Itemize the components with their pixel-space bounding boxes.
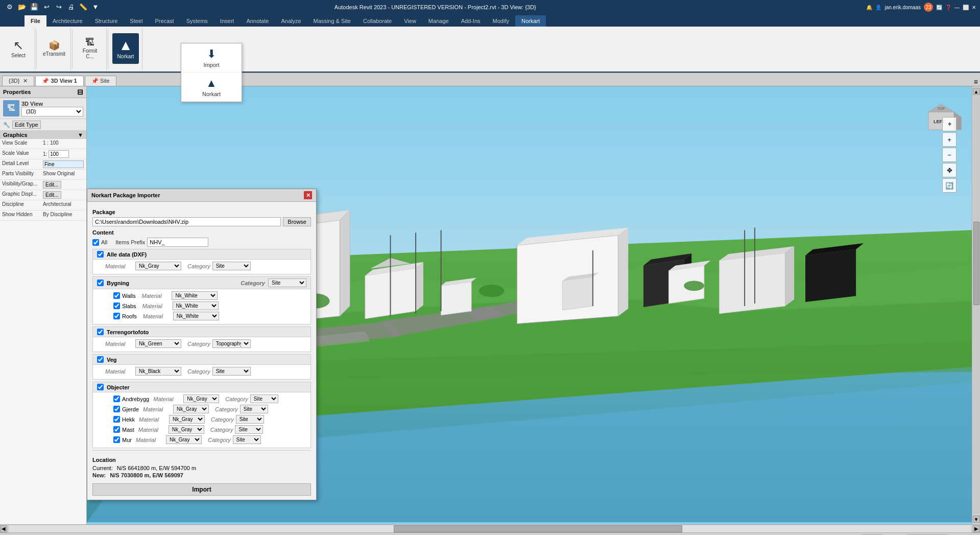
tab-architecture[interactable]: Architecture: [46, 15, 89, 27]
tabs-collapse-icon[interactable]: ≡: [974, 78, 978, 86]
gjerde-material-select[interactable]: Nk_Gray: [173, 405, 209, 413]
terrengortofoto-material-select[interactable]: Nk_Green: [135, 339, 181, 348]
terrengortofoto-category-select[interactable]: Topography: [212, 339, 251, 348]
objecter-checkbox[interactable]: [97, 384, 104, 390]
horizontal-scroll-track[interactable]: [9, 525, 971, 532]
tab-file[interactable]: File: [25, 15, 46, 27]
gjerde-checkbox[interactable]: [113, 406, 120, 412]
edit-type-button[interactable]: Edit Type: [12, 121, 41, 129]
orbit-btn[interactable]: 🔄: [942, 178, 957, 193]
tab-massing[interactable]: Massing & Site: [307, 15, 357, 27]
hekk-checkbox[interactable]: [113, 416, 120, 423]
tab-systems[interactable]: Systems: [180, 15, 214, 27]
qa-more[interactable]: ▼: [90, 1, 101, 12]
view-tab-close-icon[interactable]: ✕: [23, 78, 28, 84]
veg-checkbox[interactable]: [97, 356, 104, 363]
alle-data-category-select[interactable]: Site: [212, 262, 251, 270]
mast-checkbox[interactable]: [113, 426, 120, 433]
dialog-import-button[interactable]: Import: [92, 483, 311, 496]
andrebygg-material-select[interactable]: Nk_Gray: [183, 394, 219, 403]
scroll-down-btn[interactable]: ▼: [973, 516, 980, 523]
detail-level-input[interactable]: [43, 160, 84, 168]
quick-access-toolbar[interactable]: ⚙ 📂 💾 ↩ ↪ 🖨 📏 ▼: [4, 1, 101, 12]
roofs-checkbox[interactable]: [113, 313, 120, 319]
mast-category-select[interactable]: Site: [235, 425, 263, 434]
tab-analyze[interactable]: Analyze: [275, 15, 307, 27]
etransmit-button[interactable]: 📦 eTransmit: [41, 33, 67, 64]
tab-manage[interactable]: Manage: [422, 15, 455, 27]
3d-viewport[interactable]: LEFT TOP ⌖ + − ✥ 🔄 Topography Norkart Pa…: [87, 86, 972, 524]
qa-save[interactable]: 💾: [29, 1, 40, 12]
tab-modify[interactable]: Modify: [487, 15, 515, 27]
tab-annotate[interactable]: Annotate: [240, 15, 275, 27]
qa-measure[interactable]: 📏: [78, 1, 89, 12]
norkart-dialog-close-btn[interactable]: ✕: [304, 191, 312, 199]
walls-checkbox[interactable]: [113, 292, 120, 299]
info-icon[interactable]: 🔔: [866, 5, 872, 10]
tab-collaborate[interactable]: Collaborate: [357, 15, 398, 27]
gjerde-category-select[interactable]: Site: [240, 405, 268, 413]
view-tab-3d[interactable]: {3D} ✕: [2, 76, 34, 86]
qa-print[interactable]: 🖨: [65, 1, 77, 12]
scroll-right-btn[interactable]: ▶: [973, 525, 980, 532]
zoom-in-btn[interactable]: +: [942, 132, 957, 147]
tab-insert[interactable]: Insert: [214, 15, 241, 27]
hekk-category-select[interactable]: Site: [236, 415, 264, 424]
title-bar-controls[interactable]: 🔔 👤 jan.erik.domaas 23 🔄 ❓ — ⬜ ✕: [866, 3, 976, 12]
prop-section-graphics[interactable]: Graphics ▼: [0, 131, 86, 139]
restore-btn[interactable]: ⬜: [963, 5, 969, 10]
veg-material-select[interactable]: Nk_Black: [135, 367, 181, 376]
norkart-norkart-popup-item[interactable]: ▲ Norkart: [181, 73, 242, 102]
alle-data-material-select[interactable]: Nk_Gray: [135, 262, 181, 270]
bygning-checkbox[interactable]: [97, 280, 104, 286]
mur-category-select[interactable]: Site: [233, 435, 261, 444]
prop-view-select[interactable]: (3D): [21, 107, 83, 117]
mast-material-select[interactable]: Nk_Gray: [169, 425, 204, 434]
qa-redo[interactable]: ↪: [53, 1, 64, 12]
andrebygg-checkbox[interactable]: [113, 396, 120, 402]
minimize-btn[interactable]: —: [954, 5, 960, 10]
sync-icon[interactable]: 🔄: [936, 5, 942, 10]
browse-button[interactable]: Browse: [283, 217, 311, 226]
tab-addins[interactable]: Add-Ins: [455, 15, 487, 27]
veg-category-select[interactable]: Site: [212, 367, 251, 376]
view-tab-site[interactable]: 📌 Site: [85, 76, 116, 86]
qa-open[interactable]: 📂: [16, 1, 28, 12]
bygning-category-select[interactable]: Site: [268, 278, 306, 287]
terrengortofoto-checkbox[interactable]: [97, 329, 104, 335]
zoom-fit-btn[interactable]: ⌖: [942, 117, 957, 131]
mur-checkbox[interactable]: [113, 436, 120, 443]
norkart-import-popup-item[interactable]: ⬇ Import: [181, 43, 242, 73]
horizontal-scroll-thumb[interactable]: [394, 525, 682, 532]
items-prefix-input[interactable]: [147, 238, 208, 247]
properties-collapse-icon[interactable]: ⊟: [77, 88, 83, 96]
norkart-dialog-header[interactable]: Norkart Package Importer ✕: [87, 189, 316, 202]
app-menu-btn[interactable]: ⚙: [4, 1, 15, 12]
pan-btn[interactable]: ✥: [942, 163, 957, 177]
slabs-material-select[interactable]: Nk_White: [173, 301, 219, 310]
alle-data-checkbox[interactable]: [97, 251, 104, 258]
scroll-left-btn[interactable]: ◀: [0, 525, 7, 532]
mur-material-select[interactable]: Nk_Gray: [166, 435, 202, 444]
formit-button[interactable]: 🏗 Formit C...: [77, 33, 103, 64]
view-tab-3dview1[interactable]: 📌 3D View 1: [35, 76, 83, 86]
scale-value-input[interactable]: [49, 150, 69, 158]
right-scrollbar[interactable]: ▲ ▼: [972, 86, 980, 524]
package-path-input[interactable]: [92, 217, 281, 226]
tab-structure[interactable]: Structure: [89, 15, 124, 27]
norkart-main-button[interactable]: ▲ Norkart: [112, 33, 139, 64]
hekk-material-select[interactable]: Nk_Gray: [169, 415, 205, 424]
graphic-disp-edit-btn[interactable]: Edit...: [43, 191, 61, 199]
visibility-edit-btn[interactable]: Edit...: [43, 181, 61, 189]
select-button[interactable]: ↖ Select: [5, 33, 32, 64]
bottom-scrollbar[interactable]: ◀ ▶: [0, 524, 980, 532]
content-all-checkbox[interactable]: [92, 239, 99, 246]
qa-undo[interactable]: ↩: [41, 1, 52, 12]
roofs-material-select[interactable]: Nk_White: [173, 312, 219, 320]
tab-view[interactable]: View: [398, 15, 422, 27]
andrebygg-category-select[interactable]: Site: [250, 394, 278, 403]
tab-norkart[interactable]: Norkart: [515, 15, 546, 27]
help-icon[interactable]: ❓: [945, 5, 951, 10]
close-btn[interactable]: ✕: [972, 5, 976, 10]
scroll-up-btn[interactable]: ▲: [973, 88, 980, 95]
